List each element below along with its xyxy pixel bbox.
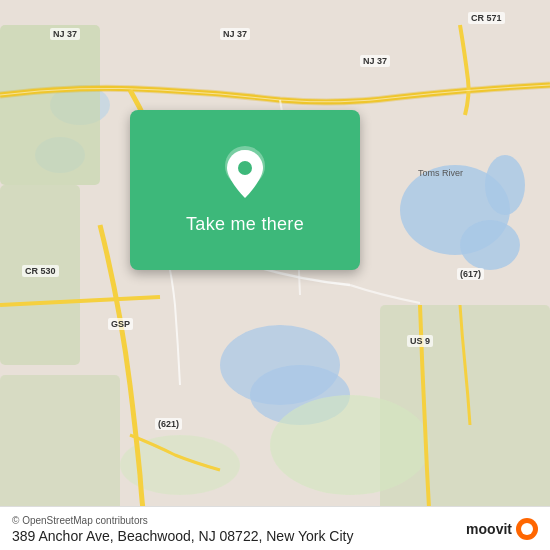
take-me-there-label: Take me there (186, 214, 304, 235)
moovit-icon (516, 518, 538, 540)
svg-point-3 (485, 155, 525, 215)
road-label-621: (621) (155, 418, 182, 430)
road-label-617: (617) (457, 268, 484, 280)
location-pin-icon (221, 146, 269, 202)
moovit-brand-text: moovit (466, 521, 512, 537)
take-me-there-button[interactable]: Take me there (130, 110, 360, 270)
svg-rect-11 (0, 375, 120, 525)
svg-rect-8 (0, 25, 100, 185)
road-label-cr530: CR 530 (22, 265, 59, 277)
svg-point-2 (460, 220, 520, 270)
road-label-gsp: GSP (108, 318, 133, 330)
osm-credit: © OpenStreetMap contributors (12, 515, 538, 526)
address-text: 389 Anchor Ave, Beachwood, NJ 08722, New… (12, 528, 353, 544)
road-label-us9: US 9 (407, 335, 433, 347)
bottom-bar: © OpenStreetMap contributors 389 Anchor … (0, 506, 550, 550)
place-label-toms-river: Toms River (418, 168, 463, 178)
moovit-icon-inner (521, 523, 533, 535)
road-label-cr571: CR 571 (468, 12, 505, 24)
moovit-logo: moovit (466, 518, 538, 540)
map-container: NJ 37 NJ 37 NJ 37 CR 530 GSP US 9 CR 571… (0, 0, 550, 550)
road-label-nj37-1: NJ 37 (50, 28, 80, 40)
svg-point-16 (238, 161, 252, 175)
road-label-nj37-2: NJ 37 (220, 28, 250, 40)
road-label-nj37-3: NJ 37 (360, 55, 390, 67)
svg-point-12 (270, 395, 430, 495)
